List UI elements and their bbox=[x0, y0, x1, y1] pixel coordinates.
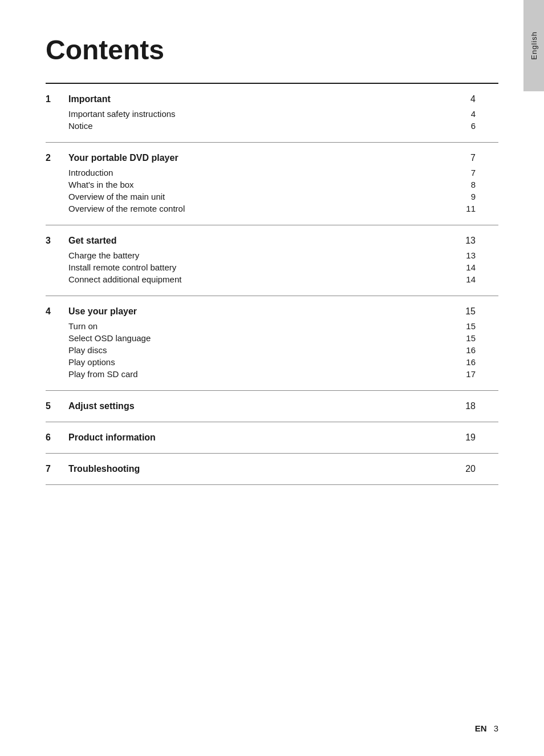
toc-section-5: 5Adjust settings18 bbox=[46, 391, 498, 422]
list-item: Important safety instructions4 bbox=[46, 108, 498, 120]
side-tab-label: English bbox=[530, 31, 538, 60]
list-item: Play discs16 bbox=[46, 344, 498, 356]
sub-page: 4 bbox=[464, 109, 498, 119]
section-page-2: 7 bbox=[464, 153, 498, 163]
list-item: Play from SD card17 bbox=[46, 368, 498, 380]
sub-page: 11 bbox=[464, 204, 498, 213]
toc-section-1: 1Important4Important safety instructions… bbox=[46, 84, 498, 143]
sub-page: 7 bbox=[464, 168, 498, 177]
section-page-4: 15 bbox=[464, 306, 498, 317]
footer: EN 3 bbox=[475, 723, 498, 733]
footer-page-number: 3 bbox=[494, 723, 498, 733]
sub-page: 15 bbox=[464, 321, 498, 331]
section-header-2: 2Your portable DVD player7 bbox=[46, 143, 498, 167]
section-title-1: Important bbox=[68, 94, 464, 104]
list-item: Turn on15 bbox=[46, 320, 498, 332]
sub-title: Important safety instructions bbox=[68, 109, 464, 119]
sub-page: 16 bbox=[464, 357, 498, 367]
section-number-3: 3 bbox=[46, 236, 68, 246]
sub-title: Connect additional equipment bbox=[68, 274, 464, 284]
sub-items-1: Important safety instructions4Notice6 bbox=[46, 108, 498, 142]
section-number-1: 1 bbox=[46, 94, 68, 104]
sub-page: 9 bbox=[464, 192, 498, 201]
toc-container: 1Important4Important safety instructions… bbox=[46, 84, 498, 485]
sub-page: 8 bbox=[464, 180, 498, 189]
toc-section-6: 6Product information19 bbox=[46, 422, 498, 454]
section-header-5: 5Adjust settings18 bbox=[46, 391, 498, 422]
list-item: Overview of the main unit9 bbox=[46, 191, 498, 203]
footer-lang: EN bbox=[475, 723, 487, 733]
list-item: Introduction7 bbox=[46, 167, 498, 179]
section-header-1: 1Important4 bbox=[46, 84, 498, 108]
sub-title: Play from SD card bbox=[68, 369, 464, 379]
sub-page: 14 bbox=[464, 262, 498, 272]
toc-section-4: 4Use your player15Turn on15Select OSD la… bbox=[46, 296, 498, 391]
section-title-7: Troubleshooting bbox=[68, 464, 464, 474]
sub-title: Install remote control battery bbox=[68, 262, 464, 272]
page-title: Contents bbox=[46, 34, 498, 66]
section-title-2: Your portable DVD player bbox=[68, 153, 464, 163]
section-number-7: 7 bbox=[46, 464, 68, 474]
section-page-7: 20 bbox=[464, 464, 498, 474]
sub-page: 15 bbox=[464, 333, 498, 343]
list-item: Overview of the remote control11 bbox=[46, 203, 498, 215]
section-page-1: 4 bbox=[464, 94, 498, 104]
section-number-6: 6 bbox=[46, 432, 68, 443]
sub-title: What's in the box bbox=[68, 180, 464, 189]
list-item: What's in the box8 bbox=[46, 179, 498, 191]
list-item: Notice6 bbox=[46, 120, 498, 132]
sub-page: 14 bbox=[464, 274, 498, 284]
toc-section-7: 7Troubleshooting20 bbox=[46, 454, 498, 485]
sub-title: Overview of the remote control bbox=[68, 204, 464, 213]
sub-items-3: Charge the battery13Install remote contr… bbox=[46, 249, 498, 296]
section-header-3: 3Get started13 bbox=[46, 225, 498, 249]
section-title-3: Get started bbox=[68, 236, 464, 246]
section-page-3: 13 bbox=[464, 236, 498, 246]
sub-title: Charge the battery bbox=[68, 250, 464, 260]
sub-page: 13 bbox=[464, 250, 498, 260]
sub-title: Play options bbox=[68, 357, 464, 367]
list-item: Connect additional equipment14 bbox=[46, 273, 498, 285]
sub-title: Turn on bbox=[68, 321, 464, 331]
section-title-4: Use your player bbox=[68, 306, 464, 317]
toc-section-2: 2Your portable DVD player7Introduction7W… bbox=[46, 143, 498, 225]
section-page-5: 18 bbox=[464, 401, 498, 411]
section-number-2: 2 bbox=[46, 153, 68, 163]
list-item: Charge the battery13 bbox=[46, 249, 498, 261]
sub-items-4: Turn on15Select OSD language15Play discs… bbox=[46, 320, 498, 390]
sub-page: 16 bbox=[464, 345, 498, 355]
section-title-6: Product information bbox=[68, 432, 464, 443]
list-item: Select OSD language15 bbox=[46, 332, 498, 344]
sub-items-2: Introduction7What's in the box8Overview … bbox=[46, 167, 498, 225]
sub-page: 17 bbox=[464, 369, 498, 379]
page-container: English Contents 1Important4Important sa… bbox=[0, 0, 544, 756]
section-title-5: Adjust settings bbox=[68, 401, 464, 411]
side-tab: English bbox=[523, 0, 544, 91]
section-header-4: 4Use your player15 bbox=[46, 296, 498, 320]
sub-title: Play discs bbox=[68, 345, 464, 355]
section-header-7: 7Troubleshooting20 bbox=[46, 454, 498, 484]
toc-section-3: 3Get started13Charge the battery13Instal… bbox=[46, 225, 498, 296]
sub-title: Notice bbox=[68, 121, 464, 131]
list-item: Install remote control battery14 bbox=[46, 261, 498, 273]
sub-title: Overview of the main unit bbox=[68, 192, 464, 201]
list-item: Play options16 bbox=[46, 356, 498, 368]
section-number-5: 5 bbox=[46, 401, 68, 411]
section-page-6: 19 bbox=[464, 432, 498, 443]
sub-title: Introduction bbox=[68, 168, 464, 177]
section-number-4: 4 bbox=[46, 306, 68, 317]
sub-title: Select OSD language bbox=[68, 333, 464, 343]
section-header-6: 6Product information19 bbox=[46, 422, 498, 453]
sub-page: 6 bbox=[464, 121, 498, 131]
